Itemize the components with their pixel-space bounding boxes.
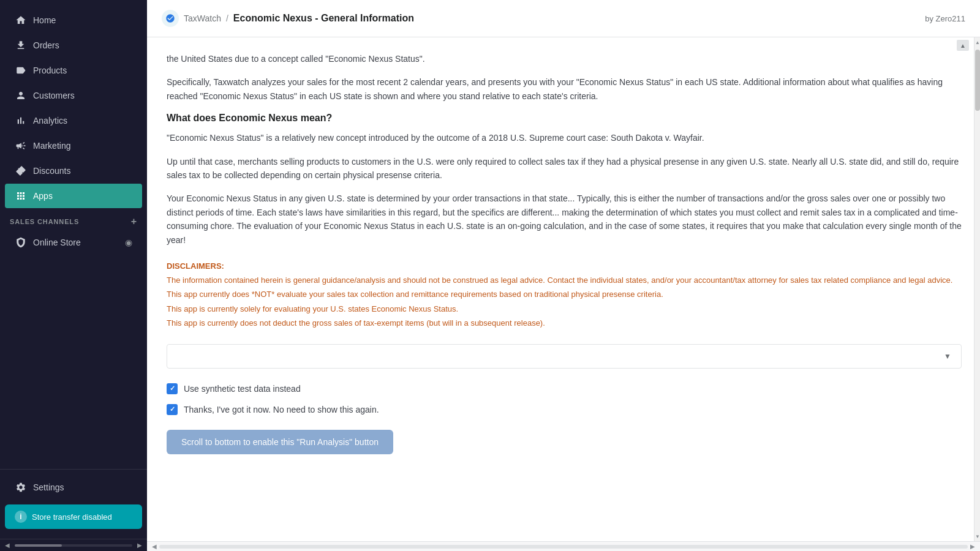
sidebar-label-online-store: Online Store xyxy=(33,238,81,247)
body-para-2: Up until that case, merchants selling pr… xyxy=(167,155,962,182)
checkbox-1[interactable]: ✓ xyxy=(167,383,178,394)
sidebar: Home Orders Products Customers Analytics xyxy=(0,0,147,551)
store-transfer-bar[interactable]: i Store transfer disabled xyxy=(5,504,142,529)
sidebar-item-orders[interactable]: Orders xyxy=(5,33,142,58)
sales-channels-label: SALES CHANNELS xyxy=(10,218,79,225)
store-transfer-label: Store transfer disabled xyxy=(32,512,112,522)
scroll-up-button[interactable]: ▲ xyxy=(957,40,969,51)
scrollbar-down-arrow[interactable]: ▼ xyxy=(974,531,980,541)
right-scrollbar[interactable]: ▲ ▼ xyxy=(974,37,980,541)
analytics-icon xyxy=(15,114,27,127)
disclaimer-1: The information contained herein is gene… xyxy=(167,274,962,287)
sidebar-bottom: Settings i Store transfer disabled xyxy=(0,469,147,539)
body-para-3: Your Economic Nexus Status in any given … xyxy=(167,192,962,247)
content-scroll-area: ▲ the United States due to a concept cal… xyxy=(147,37,974,541)
home-icon xyxy=(15,14,27,26)
sidebar-item-marketing[interactable]: Marketing xyxy=(5,133,142,158)
add-sales-channel-icon[interactable]: + xyxy=(131,216,137,227)
sidebar-label-analytics: Analytics xyxy=(33,116,67,126)
disclaimers-label: DISCLAIMERS: xyxy=(167,261,962,271)
main-content-area: TaxWatch / Economic Nexus - General Info… xyxy=(147,0,980,551)
sidebar-scroll-left[interactable]: ◀ xyxy=(2,541,12,550)
sidebar-label-discounts: Discounts xyxy=(33,166,70,176)
breadcrumb-current: Economic Nexus - General Information xyxy=(233,13,414,24)
author-label: by Zero211 xyxy=(925,14,965,23)
sidebar-label-customers: Customers xyxy=(33,91,75,100)
breadcrumb-separator: / xyxy=(226,13,228,23)
sidebar-scroll-right[interactable]: ▶ xyxy=(135,541,145,550)
intro-text-1: the United States due to a concept calle… xyxy=(167,52,962,66)
sidebar-item-discounts[interactable]: Discounts xyxy=(5,159,142,183)
online-store-icon xyxy=(15,236,27,249)
dropdown-arrow-icon: ▼ xyxy=(944,352,951,361)
run-analysis-button[interactable]: Scroll to bottom to enable this "Run Ana… xyxy=(167,430,393,454)
customers-icon xyxy=(15,89,27,102)
checkbox-row-2[interactable]: ✓ Thanks, I've got it now. No need to sh… xyxy=(167,404,962,415)
disclaimer-2: This app currently does *NOT* evaluate y… xyxy=(167,288,962,301)
breadcrumb: TaxWatch / Economic Nexus - General Info… xyxy=(162,10,414,27)
horizontal-scroll-track[interactable] xyxy=(159,545,968,549)
dropdown-row[interactable]: ▼ xyxy=(167,344,962,369)
horizontal-scroll-right[interactable]: ▶ xyxy=(968,542,978,552)
sidebar-label-apps: Apps xyxy=(33,191,53,201)
taxwatch-icon xyxy=(162,10,179,27)
orders-icon xyxy=(15,39,27,51)
intro-para: Specifically, Taxwatch analyzes your sal… xyxy=(167,75,962,103)
checkbox-1-check: ✓ xyxy=(170,384,175,392)
online-store-visibility-icon[interactable]: ◉ xyxy=(125,238,132,247)
sales-channels-section: SALES CHANNELS + xyxy=(0,209,147,230)
sidebar-label-orders: Orders xyxy=(33,40,59,50)
sidebar-item-analytics[interactable]: Analytics xyxy=(5,108,142,133)
scrollbar-up-arrow[interactable]: ▲ xyxy=(974,37,980,47)
checkbox-2-label: Thanks, I've got it now. No need to show… xyxy=(184,405,379,414)
sidebar-item-apps[interactable]: Apps xyxy=(5,184,142,208)
breadcrumb-parent: TaxWatch xyxy=(184,13,221,23)
checkbox-2[interactable]: ✓ xyxy=(167,404,178,415)
marketing-icon xyxy=(15,140,27,152)
disclaimers-section: DISCLAIMERS: The information contained h… xyxy=(167,261,962,329)
body-para-1: "Economic Nexus Status" is a relatively … xyxy=(167,131,962,144)
horizontal-scroll-left[interactable]: ◀ xyxy=(149,542,159,552)
checkbox-row-1[interactable]: ✓ Use synthetic test data instead xyxy=(167,383,962,394)
info-icon: i xyxy=(15,511,27,523)
scrollbar-thumb[interactable] xyxy=(975,50,980,111)
sidebar-item-home[interactable]: Home xyxy=(5,8,142,32)
sidebar-item-online-store[interactable]: Online Store ◉ xyxy=(5,230,142,255)
sidebar-item-settings[interactable]: Settings xyxy=(5,475,142,500)
sidebar-label-products: Products xyxy=(33,66,67,75)
checkbox-2-check: ✓ xyxy=(170,405,175,413)
content-panel: TaxWatch / Economic Nexus - General Info… xyxy=(147,0,980,551)
bottom-scrollbar: ◀ ▶ xyxy=(147,541,980,551)
sidebar-item-products[interactable]: Products xyxy=(5,58,142,83)
sidebar-nav: Home Orders Products Customers Analytics xyxy=(0,0,147,469)
discounts-icon xyxy=(15,165,27,177)
page-header: TaxWatch / Economic Nexus - General Info… xyxy=(147,0,980,37)
settings-icon xyxy=(15,481,27,493)
sidebar-label-marketing: Marketing xyxy=(33,141,70,151)
products-icon xyxy=(15,64,27,77)
apps-icon xyxy=(15,190,27,202)
sidebar-item-customers[interactable]: Customers xyxy=(5,83,142,108)
disclaimer-3: This app is currently solely for evaluat… xyxy=(167,303,962,315)
checkbox-1-label: Use synthetic test data instead xyxy=(184,384,301,394)
disclaimer-4: This app is currently does not deduct th… xyxy=(167,317,962,329)
section-heading: What does Economic Nexus mean? xyxy=(167,113,962,124)
sidebar-label-home: Home xyxy=(33,15,56,25)
sidebar-label-settings: Settings xyxy=(33,482,64,492)
